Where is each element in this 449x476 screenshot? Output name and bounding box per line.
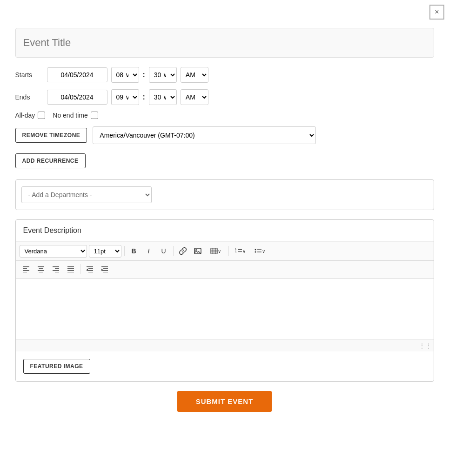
- ends-ampm-select[interactable]: AM ∨ PM: [181, 89, 208, 105]
- description-section: Event Description Verdana Arial Georgia …: [15, 219, 434, 382]
- datetime-section: Starts 08 ∨ 09 10 11 12 01 : 00 15 30 ∨ …: [15, 67, 434, 105]
- image-icon: [194, 247, 201, 255]
- allday-item: All-day: [15, 112, 46, 119]
- ends-label: Ends: [15, 93, 43, 101]
- toolbar-divider-3: [228, 246, 229, 256]
- ends-minute-select[interactable]: 00 15 30 ∨ 45: [149, 89, 177, 105]
- insert-image-button[interactable]: [191, 245, 204, 258]
- allday-checkbox[interactable]: [38, 112, 45, 119]
- font-family-select[interactable]: Verdana Arial Georgia Times New Roman: [20, 245, 87, 258]
- resize-icon: ⋮⋮: [419, 342, 432, 350]
- link-button[interactable]: [176, 245, 189, 258]
- submit-event-button[interactable]: SUBMIT EVENT: [177, 391, 272, 412]
- no-end-time-item: No end time: [53, 112, 98, 119]
- starts-minute-select[interactable]: 00 15 30 ∨ 45: [149, 67, 177, 83]
- starts-date-input[interactable]: [47, 67, 107, 82]
- align-left-icon: [22, 266, 30, 272]
- ordered-list-icon: 1. 2.: [235, 248, 242, 254]
- ends-row: Ends 08 09 ∨ 10 : 00 15 30 ∨ 45 AM ∨ PM: [15, 89, 434, 105]
- justify-button[interactable]: [64, 263, 77, 276]
- svg-point-1: [195, 250, 197, 251]
- recurrence-row: ADD RECURRENCE: [15, 153, 434, 168]
- outdent-button[interactable]: [83, 263, 96, 276]
- no-end-time-label: No end time: [53, 112, 87, 119]
- link-icon: [179, 247, 187, 255]
- align-right-button[interactable]: [49, 263, 62, 276]
- no-end-time-checkbox[interactable]: [91, 112, 98, 119]
- timezone-select[interactable]: America/Vancouver (GMT-07:00) America/Lo…: [93, 126, 316, 144]
- close-button[interactable]: ×: [429, 5, 444, 20]
- justify-icon: [67, 266, 74, 272]
- toolbar-divider-4: [80, 264, 80, 274]
- starts-ampm-select[interactable]: AM ∨ PM: [181, 67, 208, 83]
- description-header: Event Description: [16, 220, 434, 242]
- svg-marker-35: [87, 269, 88, 270]
- ordered-list-dropdown: 1. 2. ∨: [232, 245, 249, 258]
- svg-text:2.: 2.: [235, 250, 237, 253]
- featured-image-row: FEATURED IMAGE: [16, 351, 434, 381]
- toolbar-divider-1: [124, 246, 125, 256]
- departments-select[interactable]: - Add a Departments -: [21, 186, 152, 203]
- underline-button[interactable]: U: [157, 245, 170, 258]
- align-right-icon: [52, 266, 60, 272]
- allday-label: All-day: [15, 112, 35, 119]
- indent-button[interactable]: [98, 263, 111, 276]
- ends-hour-select[interactable]: 08 09 ∨ 10: [111, 89, 139, 105]
- unordered-list-icon: [255, 248, 262, 254]
- unordered-list-button[interactable]: ∨: [251, 245, 269, 258]
- table-dropdown-arrow: ∨: [218, 249, 221, 254]
- starts-time-separator: :: [143, 71, 145, 79]
- departments-section: - Add a Departments -: [15, 179, 434, 210]
- timezone-row: REMOVE TIMEZONE America/Vancouver (GMT-0…: [15, 126, 434, 144]
- svg-rect-2: [211, 248, 217, 254]
- ends-time-separator: :: [143, 93, 145, 101]
- align-center-button[interactable]: [34, 263, 47, 276]
- toolbar-divider-2: [173, 246, 174, 256]
- main-container: Starts 08 ∨ 09 10 11 12 01 : 00 15 30 ∨ …: [6, 0, 443, 435]
- editor-resize-bar: ⋮⋮: [16, 339, 434, 351]
- starts-hour-select[interactable]: 08 ∨ 09 10 11 12 01: [111, 67, 139, 83]
- editor-toolbar-row2: [16, 261, 434, 279]
- starts-label: Starts: [15, 71, 43, 79]
- outdent-icon: [86, 266, 94, 272]
- editor-area[interactable]: [16, 279, 434, 339]
- starts-row: Starts 08 ∨ 09 10 11 12 01 : 00 15 30 ∨ …: [15, 67, 434, 83]
- table-dropdown: ∨: [206, 245, 226, 258]
- submit-row: SUBMIT EVENT: [15, 391, 434, 426]
- align-center-icon: [37, 266, 45, 272]
- remove-timezone-button[interactable]: REMOVE TIMEZONE: [15, 128, 87, 143]
- ends-date-input[interactable]: [47, 90, 107, 105]
- table-button[interactable]: ∨: [206, 245, 226, 258]
- featured-image-button[interactable]: FEATURED IMAGE: [23, 359, 90, 374]
- svg-point-12: [255, 251, 256, 253]
- unordered-list-dropdown: ∨: [251, 245, 269, 258]
- svg-point-11: [255, 249, 256, 251]
- allday-row: All-day No end time: [15, 112, 434, 119]
- close-icon: ×: [435, 8, 439, 16]
- bold-button[interactable]: B: [127, 245, 141, 258]
- svg-marker-40: [101, 269, 103, 270]
- ordered-list-button[interactable]: 1. 2. ∨: [232, 245, 249, 258]
- editor-toolbar-row1: Verdana Arial Georgia Times New Roman 8p…: [16, 242, 434, 261]
- indent-icon: [101, 266, 108, 272]
- table-icon: [210, 248, 218, 254]
- italic-button[interactable]: I: [142, 245, 155, 258]
- event-title-input[interactable]: [15, 28, 434, 58]
- font-size-select[interactable]: 8pt 9pt 10pt 11pt 12pt 14pt: [89, 245, 121, 258]
- align-left-button[interactable]: [20, 263, 33, 276]
- add-recurrence-button[interactable]: ADD RECURRENCE: [15, 153, 86, 168]
